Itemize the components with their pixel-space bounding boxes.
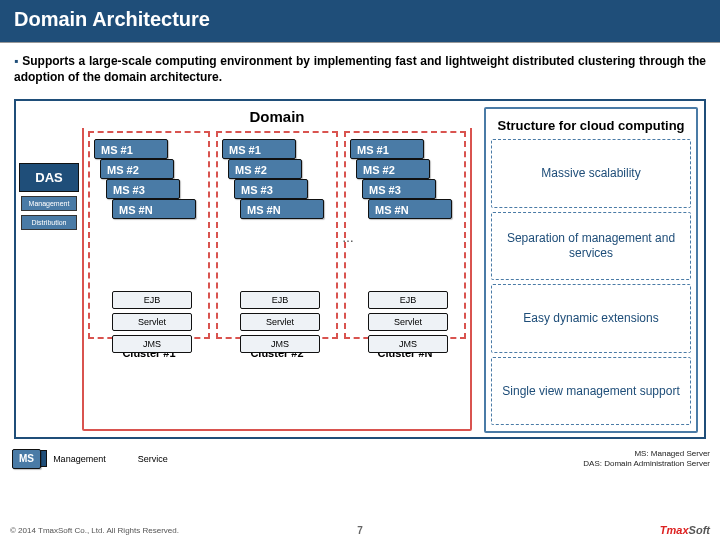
das-management: Management: [21, 196, 77, 211]
logo-part-a: Tmax: [660, 524, 689, 536]
ms-box: MS #2: [356, 159, 430, 179]
logo-part-b: Soft: [689, 524, 710, 536]
panel-row-separation: Separation of management and services: [491, 212, 691, 281]
ms-box: MS #1: [94, 139, 168, 159]
panel-title: Structure for cloud computing: [491, 114, 691, 139]
engine-jms: JMS: [240, 335, 320, 353]
bullet-icon: ▪: [14, 54, 19, 68]
legend-ms-text: Service: [138, 454, 168, 464]
ms-box: MS #1: [350, 139, 424, 159]
legend: DAS Management MS Service MS: Managed Se…: [0, 443, 720, 468]
engine-ejb: EJB: [240, 291, 320, 309]
footer-copyright: © 2014 TmaxSoft Co., Ltd. All Rights Res…: [10, 526, 179, 535]
ms-box: MS #N: [240, 199, 324, 219]
ms-box: MS #3: [106, 179, 180, 199]
intro-body: Supports a large-scale computing environ…: [14, 54, 706, 84]
engine-ejb: EJB: [368, 291, 448, 309]
structure-panel: Structure for cloud computing Massive sc…: [480, 101, 704, 437]
cluster-box-1: MS #1 MS #2 MS #3 MS #N EJB Servlet JMS: [88, 131, 210, 339]
das-rail: DAS Management Distribution: [16, 101, 82, 437]
panel-row-scalability: Massive scalability: [491, 139, 691, 208]
ms-box: MS #N: [112, 199, 196, 219]
ms-box: MS #3: [362, 179, 436, 199]
page-title: Domain Architecture: [0, 0, 720, 39]
cluster-n: MS #1 MS #2 MS #3 MS #N EJB Servlet JMS …: [344, 131, 466, 429]
domain-area: Domain … MS #1 MS #2 MS #3 MS #N EJB Ser…: [82, 101, 480, 437]
footer: © 2014 TmaxSoft Co., Ltd. All Rights Res…: [10, 524, 710, 536]
panel-row-extensions: Easy dynamic extensions: [491, 284, 691, 353]
engine-servlet: Servlet: [240, 313, 320, 331]
cluster-box-2: MS #1 MS #2 MS #3 MS #N EJB Servlet JMS: [216, 131, 338, 339]
footer-page-number: 7: [357, 525, 363, 536]
ellipsis: …: [342, 231, 354, 245]
ms-box: MS #2: [100, 159, 174, 179]
engine-jms: JMS: [368, 335, 448, 353]
engine-ejb: EJB: [112, 291, 192, 309]
cluster-2: MS #1 MS #2 MS #3 MS #N EJB Servlet JMS …: [216, 131, 338, 429]
legend-das-text: Management: [53, 454, 106, 464]
engine-jms: JMS: [112, 335, 192, 353]
cluster-box-n: MS #1 MS #2 MS #3 MS #N EJB Servlet JMS: [344, 131, 466, 339]
ms-box: MS #N: [368, 199, 452, 219]
ms-box: MS #2: [228, 159, 302, 179]
engine-servlet: Servlet: [112, 313, 192, 331]
ms-box: MS #1: [222, 139, 296, 159]
das-distribution: Distribution: [21, 215, 77, 230]
footer-logo: TmaxSoft: [660, 524, 710, 536]
domain-title: Domain: [82, 103, 472, 128]
legend-ms-box: MS: [12, 449, 41, 469]
engine-servlet: Servlet: [368, 313, 448, 331]
ms-box: MS #3: [234, 179, 308, 199]
das-label: DAS: [19, 163, 79, 192]
intro-text: ▪ Supports a large-scale computing envir…: [0, 43, 720, 93]
clusters: MS #1 MS #2 MS #3 MS #N EJB Servlet JMS …: [88, 131, 466, 429]
diagram-frame: DAS Management Distribution Domain … MS …: [14, 99, 706, 439]
cluster-1: MS #1 MS #2 MS #3 MS #N EJB Servlet JMS …: [88, 131, 210, 429]
legend-definitions: MS: Managed Server DAS: Domain Administr…: [583, 449, 710, 468]
panel-row-single-view: Single view management support: [491, 357, 691, 426]
